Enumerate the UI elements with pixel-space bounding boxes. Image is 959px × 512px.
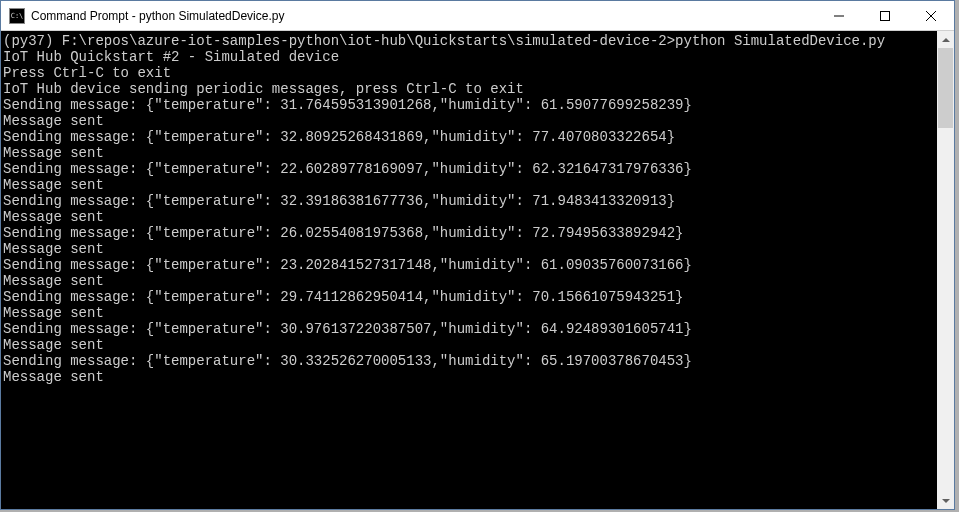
terminal-line: Sending message: {"temperature": 23.2028… (3, 257, 937, 273)
terminal-line: IoT Hub device sending periodic messages… (3, 81, 937, 97)
cmd-icon: C:\ (9, 8, 25, 24)
scrollbar-down-button[interactable] (937, 492, 954, 509)
terminal-line: Press Ctrl-C to exit (3, 65, 937, 81)
terminal-line: Sending message: {"temperature": 32.3918… (3, 193, 937, 209)
svg-marker-5 (942, 499, 950, 503)
svg-marker-4 (942, 38, 950, 42)
command-prompt-window: C:\ Command Prompt - python SimulatedDev… (0, 0, 955, 510)
vertical-scrollbar[interactable] (937, 31, 954, 509)
terminal-line: Sending message: {"temperature": 22.6028… (3, 161, 937, 177)
terminal-line: IoT Hub Quickstart #2 - Simulated device (3, 49, 937, 65)
scrollbar-up-button[interactable] (937, 31, 954, 48)
terminal-line: Message sent (3, 369, 937, 385)
terminal-line: Message sent (3, 145, 937, 161)
terminal-area: (py37) F:\repos\azure-iot-samples-python… (1, 31, 954, 509)
terminal-line: Message sent (3, 209, 937, 225)
maximize-button[interactable] (862, 1, 908, 30)
terminal-line: Message sent (3, 273, 937, 289)
terminal-line: Sending message: {"temperature": 31.7645… (3, 97, 937, 113)
terminal-line: Sending message: {"temperature": 26.0255… (3, 225, 937, 241)
terminal-line: Message sent (3, 177, 937, 193)
window-title: Command Prompt - python SimulatedDevice.… (31, 9, 816, 23)
terminal-line: Message sent (3, 241, 937, 257)
titlebar[interactable]: C:\ Command Prompt - python SimulatedDev… (1, 1, 954, 31)
terminal-line: Sending message: {"temperature": 30.9761… (3, 321, 937, 337)
terminal-output[interactable]: (py37) F:\repos\azure-iot-samples-python… (1, 31, 937, 509)
svg-rect-1 (881, 11, 890, 20)
terminal-line: Sending message: {"temperature": 30.3325… (3, 353, 937, 369)
terminal-line: (py37) F:\repos\azure-iot-samples-python… (3, 33, 937, 49)
terminal-line: Message sent (3, 305, 937, 321)
terminal-line: Message sent (3, 337, 937, 353)
terminal-line: Sending message: {"temperature": 29.7411… (3, 289, 937, 305)
terminal-line: Message sent (3, 113, 937, 129)
scrollbar-thumb[interactable] (938, 48, 953, 128)
minimize-button[interactable] (816, 1, 862, 30)
window-controls (816, 1, 954, 30)
close-button[interactable] (908, 1, 954, 30)
terminal-line: Sending message: {"temperature": 32.8092… (3, 129, 937, 145)
